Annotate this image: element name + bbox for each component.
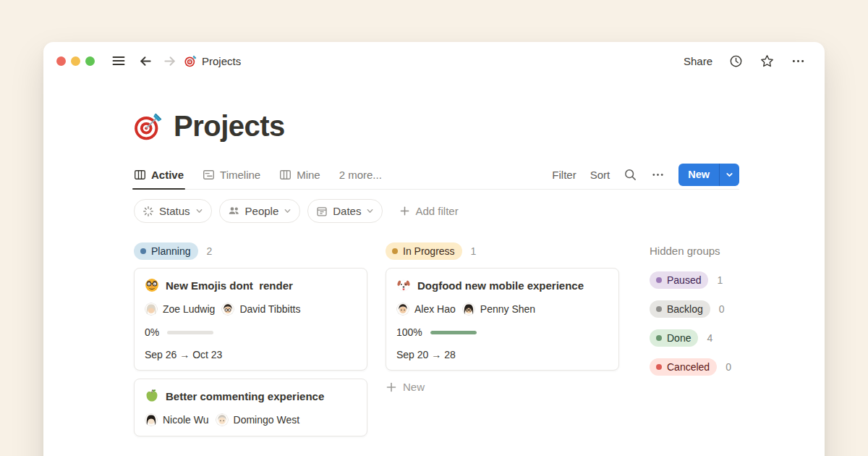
group-header[interactable]: In Progress 1 [386,242,619,261]
group-name: In Progress [403,245,455,257]
page-title: Projects [174,110,285,143]
tab-label: Active [151,169,184,181]
avatar-david-tibbitts [221,303,234,316]
tab-more[interactable]: 2 more... [339,160,382,189]
zoom-button[interactable] [85,56,95,66]
project-card[interactable]: New Emojis dont render Zoe Ludwig David … [134,268,367,371]
status-badge: Canceled [650,358,717,376]
person-assignee[interactable]: Alex Hao [396,303,456,316]
more-options-icon[interactable] [791,54,806,69]
favorite-star-icon[interactable] [760,54,775,69]
back-arrow-icon[interactable] [138,54,153,69]
view-toolbar: Filter Sort New [552,164,739,186]
status-dot [656,277,662,283]
filter-chip-dates[interactable]: Dates [307,199,383,223]
timeline-icon [203,169,215,181]
tab-label: Timeline [220,169,260,181]
board-column-planning: Planning 2 [134,242,367,436]
status-dot [656,306,662,312]
hidden-group-paused[interactable]: Paused 1 [650,271,747,289]
new-card-button[interactable]: New [386,381,425,393]
filter-chip-label: Dates [333,205,361,217]
board-icon [279,169,292,181]
hidden-groups-title: Hidden groups [650,242,747,261]
plus-icon [399,206,410,216]
chevron-down-icon [366,207,374,215]
progress-label: 0% [145,326,159,338]
person-name: Penny Shen [480,303,535,315]
status-dot [656,335,662,341]
chevron-down-icon [284,207,292,215]
person-name: Zoe Ludwig [163,303,215,315]
progress-bar [430,331,477,334]
card-title: Better commenting experience [166,390,324,402]
filter-chip-status[interactable]: Status [134,199,212,223]
filter-bar: Status People Dates Add filter [134,199,739,223]
clock-history-icon[interactable] [728,54,744,69]
group-header[interactable]: Planning 2 [134,242,367,261]
person-assignee[interactable]: David Tibbitts [221,303,300,316]
tab-timeline[interactable]: Timeline [203,160,260,189]
avatar-alex-hao [396,303,409,316]
person-name: David Tibbitts [239,303,300,315]
new-dropdown-chevron-icon[interactable] [719,164,739,186]
tab-active[interactable]: Active [134,160,184,189]
breadcrumb[interactable]: Projects [184,55,241,67]
progress-label: 100% [396,326,422,338]
close-button[interactable] [56,56,66,66]
status-dot [656,364,662,370]
filter-button[interactable]: Filter [552,169,576,181]
target-emoji [134,112,163,141]
person-assignee[interactable]: Zoe Ludwig [145,303,215,316]
card-title: New Emojis dont render [166,279,293,292]
person-assignee[interactable]: Nicole Wu [145,413,209,426]
group-count: 0 [726,361,731,373]
group-name: Done [667,332,691,344]
date-range: Sep 20 → 28 [396,349,608,360]
filter-chip-people[interactable]: People [219,199,301,223]
avatar-nicole-wu [145,413,158,426]
app-window: Projects Share Projects Acti [43,42,825,456]
search-icon[interactable] [624,168,637,182]
group-count: 2 [207,245,213,257]
tab-mine[interactable]: Mine [279,160,320,189]
traffic-lights [56,56,95,66]
board-column-in-progress: In Progress 1 [386,242,619,393]
group-name: Backlog [667,303,703,315]
minimize-button[interactable] [71,56,80,66]
hidden-group-canceled[interactable]: Canceled 0 [650,358,747,376]
forward-arrow-icon[interactable] [162,54,177,69]
tab-label: Mine [297,169,320,181]
hidden-groups-panel: Hidden groups Paused 1 Backlog [650,242,747,376]
avatar-domingo-west [216,413,229,426]
group-count: 1 [471,245,477,257]
hidden-group-done[interactable]: Done 4 [650,329,747,347]
group-name: Planning [151,245,191,257]
sidebar-menu-icon[interactable] [111,53,127,69]
kanban-board: Planning 2 [134,242,739,436]
person-assignee[interactable]: Penny Shen [462,303,535,316]
group-count: 4 [707,332,712,344]
project-card[interactable]: Better commenting experience Nicole Wu D… [134,379,367,436]
breadcrumb-title: Projects [202,55,241,67]
hidden-group-backlog[interactable]: Backlog 0 [650,300,747,318]
disguised-face-emoji [145,278,159,292]
green-apple-emoji [145,389,159,403]
new-button[interactable]: New [678,164,719,186]
person-name: Alex Hao [414,303,456,315]
add-filter-button[interactable]: Add filter [395,204,462,218]
project-card[interactable]: Dogfood new mobile experience Alex Hao P… [386,268,619,371]
target-emoji-icon [184,55,197,67]
card-title: Dogfood new mobile experience [417,279,584,292]
view-options-icon[interactable] [651,168,665,182]
page-header: Projects [134,110,739,143]
progress-bar [167,331,213,334]
share-button[interactable]: Share [684,55,712,67]
people-icon [228,205,240,217]
chevron-down-icon [195,207,203,215]
status-badge: Planning [134,242,198,260]
person-assignee[interactable]: Domingo West [216,413,300,426]
sort-button[interactable]: Sort [590,169,610,181]
tab-label: 2 more... [339,169,382,181]
group-name: Paused [667,274,701,286]
